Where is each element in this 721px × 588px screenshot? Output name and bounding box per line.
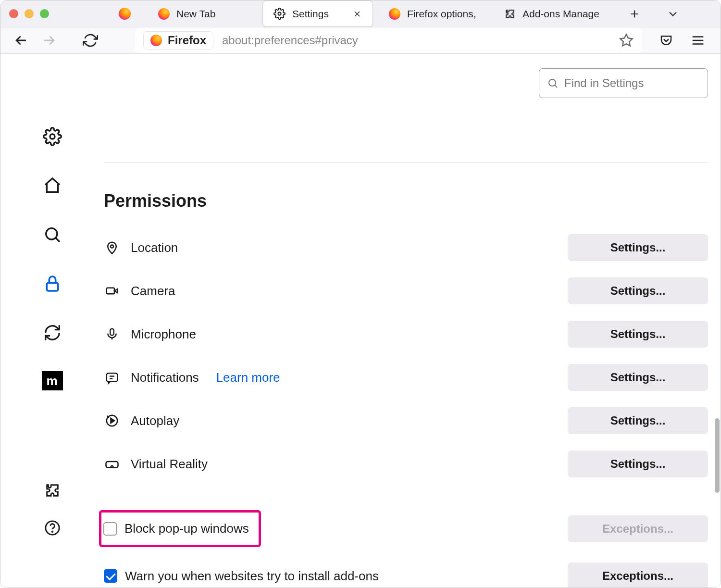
tabs-container: New Tab Settings Firefox options, Add- [147, 0, 615, 27]
gear-icon [273, 8, 286, 20]
location-settings-button[interactable]: Settings... [568, 234, 708, 261]
application-menu-button[interactable] [691, 33, 705, 48]
permission-row-camera: Camera Settings... [104, 277, 708, 304]
warn-addons-exceptions-button[interactable]: Exceptions... [568, 563, 708, 588]
permission-row-autoplay: Autoplay Settings... [104, 407, 708, 434]
close-window-button[interactable] [9, 9, 18, 18]
sidebar-general-icon[interactable] [42, 126, 63, 147]
warn-addons-checkbox[interactable] [104, 569, 117, 583]
sidebar-privacy-icon[interactable] [42, 273, 63, 294]
tab-addons-manager[interactable]: Add-ons Manage [493, 0, 610, 27]
pocket-icon[interactable] [659, 33, 673, 48]
permissions-list: Location Settings... Camera Settings... … [104, 234, 708, 477]
window-traffic-lights [9, 9, 49, 18]
forward-button[interactable] [40, 31, 58, 50]
svg-point-6 [549, 79, 556, 86]
autoplay-icon [104, 413, 120, 429]
vr-settings-button[interactable]: Settings... [568, 450, 708, 477]
url-bar[interactable]: Firefox about:preferences#privacy [135, 27, 642, 53]
microphone-icon [104, 326, 120, 342]
autoplay-settings-button[interactable]: Settings... [568, 407, 708, 434]
tab-label: Firefox options, [407, 8, 478, 20]
tab-label: Settings [292, 8, 346, 20]
reload-button[interactable] [81, 31, 99, 50]
warn-addons-label: Warn you when websites try to install ad… [125, 569, 379, 584]
microphone-settings-button[interactable]: Settings... [568, 321, 708, 348]
notifications-settings-button[interactable]: Settings... [568, 364, 708, 391]
section-divider [104, 163, 708, 163]
svg-rect-12 [106, 462, 118, 468]
permission-row-vr: Virtual Reality Settings... [104, 450, 708, 477]
sidebar-mozilla-icon[interactable]: m [42, 371, 63, 390]
identity-label: Firefox [168, 34, 206, 47]
maximize-window-button[interactable] [40, 9, 49, 18]
sidebar-sync-icon[interactable] [42, 322, 63, 343]
camera-settings-button[interactable]: Settings... [568, 277, 708, 304]
svg-rect-8 [107, 288, 114, 294]
puzzle-icon [504, 8, 516, 20]
new-tab-button[interactable] [627, 7, 642, 21]
svg-point-0 [278, 12, 281, 15]
svg-rect-10 [107, 373, 118, 382]
firefox-icon [119, 8, 131, 20]
block-popups-highlight: Block pop-up windows [99, 510, 261, 547]
minimize-window-button[interactable] [25, 9, 34, 18]
find-in-settings-input[interactable]: Find in Settings [539, 68, 708, 98]
sidebar-help-icon[interactable] [44, 519, 61, 537]
firefox-icon [388, 8, 400, 20]
tab-new-tab[interactable]: New Tab [147, 0, 258, 27]
permission-label: Autoplay [131, 413, 179, 428]
url-text: about:preferences#privacy [222, 34, 619, 47]
permissions-heading: Permissions [104, 191, 708, 211]
back-button[interactable] [12, 31, 30, 50]
block-popups-label: Block pop-up windows [124, 521, 249, 536]
vr-icon [104, 456, 120, 472]
tab-bar: New Tab Settings Firefox options, Add- [0, 0, 721, 27]
svg-point-5 [52, 531, 53, 532]
settings-main: Find in Settings Permissions Location Se… [104, 54, 721, 588]
notifications-learn-more-link[interactable]: Learn more [216, 370, 280, 385]
permission-row-microphone: Microphone Settings... [104, 321, 708, 348]
tab-firefox-options[interactable]: Firefox options, [378, 0, 488, 27]
svg-point-1 [50, 134, 55, 139]
list-all-tabs-button[interactable] [666, 7, 680, 21]
permission-label: Microphone [131, 327, 196, 342]
tab-label: New Tab [176, 8, 247, 20]
svg-point-2 [46, 228, 57, 239]
permission-label: Location [131, 240, 178, 255]
permission-row-location: Location Settings... [104, 234, 708, 261]
notifications-icon [104, 369, 120, 386]
tab-settings[interactable]: Settings [262, 0, 373, 27]
permission-row-notifications: Notifications Learn more Settings... [104, 364, 708, 391]
block-popups-row: Block pop-up windows Exceptions... [104, 510, 708, 547]
block-popups-exceptions-button[interactable]: Exceptions... [568, 515, 708, 542]
warn-addons-row: Warn you when websites try to install ad… [104, 563, 708, 588]
permission-label: Virtual Reality [131, 457, 208, 472]
site-identity[interactable]: Firefox [143, 31, 213, 50]
vertical-scrollbar[interactable] [715, 418, 720, 493]
location-icon [104, 239, 120, 256]
permission-label: Notifications [131, 370, 199, 385]
sidebar-extensions-icon[interactable] [44, 482, 61, 499]
close-tab-icon[interactable] [352, 9, 362, 19]
search-icon [547, 77, 559, 89]
permission-label: Camera [131, 284, 175, 299]
svg-rect-9 [110, 329, 114, 336]
search-placeholder: Find in Settings [564, 76, 644, 90]
svg-rect-3 [47, 283, 58, 291]
sidebar-search-icon[interactable] [42, 224, 63, 245]
sidebar-home-icon[interactable] [42, 175, 63, 196]
svg-point-7 [111, 245, 113, 248]
firefox-icon [158, 8, 170, 20]
settings-sidebar: m [0, 54, 104, 588]
firefox-icon [150, 35, 162, 46]
settings-content: m Find in Settings Permissions [0, 54, 721, 588]
block-popups-checkbox[interactable] [103, 522, 117, 536]
toolbar: Firefox about:preferences#privacy [0, 27, 721, 54]
tab-label: Add-ons Manage [522, 8, 599, 20]
bookmark-star-icon[interactable] [619, 33, 634, 48]
camera-icon [104, 283, 120, 299]
